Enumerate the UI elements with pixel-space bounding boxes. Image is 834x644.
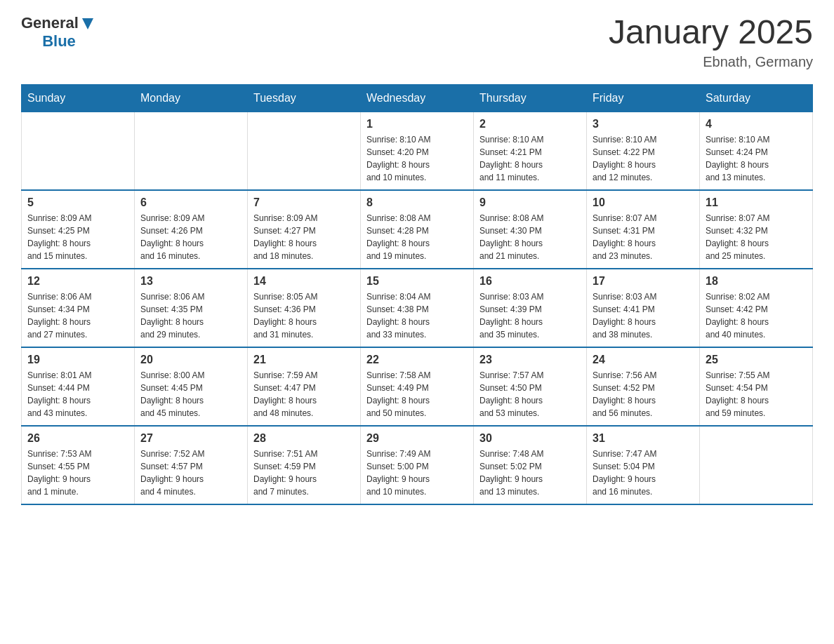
day-info: Sunrise: 7:47 AM Sunset: 5:04 PM Dayligh… [593, 448, 694, 498]
day-info: Sunrise: 8:09 AM Sunset: 4:27 PM Dayligh… [253, 212, 355, 262]
day-number: 15 [366, 275, 468, 288]
day-info: Sunrise: 7:59 AM Sunset: 4:47 PM Dayligh… [253, 369, 355, 420]
calendar-body: 1Sunrise: 8:10 AM Sunset: 4:20 PM Daylig… [22, 112, 813, 504]
calendar-cell: 9Sunrise: 8:08 AM Sunset: 4:30 PM Daylig… [474, 190, 587, 269]
day-info: Sunrise: 8:10 AM Sunset: 4:20 PM Dayligh… [366, 133, 468, 184]
day-number: 16 [479, 275, 581, 288]
day-number: 23 [479, 354, 581, 366]
calendar-cell: 14Sunrise: 8:05 AM Sunset: 4:36 PM Dayli… [248, 269, 361, 347]
calendar-cell: 1Sunrise: 8:10 AM Sunset: 4:20 PM Daylig… [361, 112, 474, 190]
day-number: 27 [140, 432, 241, 445]
day-info: Sunrise: 7:58 AM Sunset: 4:49 PM Dayligh… [366, 369, 468, 420]
calendar-cell: 4Sunrise: 8:10 AM Sunset: 4:24 PM Daylig… [700, 112, 813, 190]
day-info: Sunrise: 7:49 AM Sunset: 5:00 PM Dayligh… [366, 448, 468, 498]
day-of-week-thursday: Thursday [474, 84, 587, 112]
day-info: Sunrise: 8:08 AM Sunset: 4:28 PM Dayligh… [366, 212, 468, 262]
day-number: 2 [479, 118, 581, 130]
day-number: 30 [479, 432, 581, 445]
day-info: Sunrise: 8:07 AM Sunset: 4:31 PM Dayligh… [593, 212, 694, 262]
day-number: 14 [253, 275, 355, 288]
calendar-cell [22, 112, 135, 190]
logo: General Blue [21, 14, 95, 51]
day-number: 24 [593, 354, 694, 366]
day-of-week-sunday: Sunday [22, 84, 135, 112]
day-number: 21 [253, 354, 355, 366]
day-info: Sunrise: 8:02 AM Sunset: 4:42 PM Dayligh… [706, 290, 807, 341]
calendar-cell: 18Sunrise: 8:02 AM Sunset: 4:42 PM Dayli… [700, 269, 813, 347]
calendar-cell: 8Sunrise: 8:08 AM Sunset: 4:28 PM Daylig… [361, 190, 474, 269]
calendar-cell [248, 112, 361, 190]
day-info: Sunrise: 7:55 AM Sunset: 4:54 PM Dayligh… [706, 369, 807, 420]
calendar-cell: 25Sunrise: 7:55 AM Sunset: 4:54 PM Dayli… [700, 347, 813, 426]
calendar-cell: 31Sunrise: 7:47 AM Sunset: 5:04 PM Dayli… [587, 426, 700, 504]
logo-text-general: General [21, 14, 79, 32]
day-number: 25 [706, 354, 807, 366]
calendar-cell: 23Sunrise: 7:57 AM Sunset: 4:50 PM Dayli… [474, 347, 587, 426]
calendar-cell: 13Sunrise: 8:06 AM Sunset: 4:35 PM Dayli… [135, 269, 248, 347]
calendar-cell: 21Sunrise: 7:59 AM Sunset: 4:47 PM Dayli… [248, 347, 361, 426]
location-title: Ebnath, Germany [609, 54, 813, 70]
day-number: 18 [706, 275, 807, 288]
week-row-5: 26Sunrise: 7:53 AM Sunset: 4:55 PM Dayli… [22, 426, 813, 504]
calendar-cell: 20Sunrise: 8:00 AM Sunset: 4:45 PM Dayli… [135, 347, 248, 426]
logo-icon: General Blue [21, 14, 95, 51]
day-of-week-tuesday: Tuesday [248, 84, 361, 112]
calendar-header: SundayMondayTuesdayWednesdayThursdayFrid… [22, 84, 813, 112]
day-number: 12 [27, 275, 128, 288]
day-info: Sunrise: 8:06 AM Sunset: 4:34 PM Dayligh… [27, 290, 128, 341]
day-info: Sunrise: 8:04 AM Sunset: 4:38 PM Dayligh… [366, 290, 468, 341]
calendar-cell [700, 426, 813, 504]
day-number: 20 [140, 354, 241, 366]
day-info: Sunrise: 8:10 AM Sunset: 4:24 PM Dayligh… [706, 133, 807, 184]
calendar-cell: 11Sunrise: 8:07 AM Sunset: 4:32 PM Dayli… [700, 190, 813, 269]
day-of-week-friday: Friday [587, 84, 700, 112]
day-number: 6 [140, 196, 241, 209]
day-info: Sunrise: 8:09 AM Sunset: 4:25 PM Dayligh… [27, 212, 128, 262]
day-number: 26 [27, 432, 128, 445]
day-number: 4 [706, 118, 807, 130]
week-row-2: 5Sunrise: 8:09 AM Sunset: 4:25 PM Daylig… [22, 190, 813, 269]
days-of-week-row: SundayMondayTuesdayWednesdayThursdayFrid… [22, 84, 813, 112]
title-section: January 2025 Ebnath, Germany [609, 14, 813, 70]
day-number: 13 [140, 275, 241, 288]
calendar-cell: 5Sunrise: 8:09 AM Sunset: 4:25 PM Daylig… [22, 190, 135, 269]
calendar-cell: 17Sunrise: 8:03 AM Sunset: 4:41 PM Dayli… [587, 269, 700, 347]
day-number: 19 [27, 354, 128, 366]
day-of-week-wednesday: Wednesday [361, 84, 474, 112]
day-info: Sunrise: 7:57 AM Sunset: 4:50 PM Dayligh… [479, 369, 581, 420]
week-row-4: 19Sunrise: 8:01 AM Sunset: 4:44 PM Dayli… [22, 347, 813, 426]
svg-marker-0 [82, 18, 93, 29]
day-info: Sunrise: 8:06 AM Sunset: 4:35 PM Dayligh… [140, 290, 241, 341]
week-row-3: 12Sunrise: 8:06 AM Sunset: 4:34 PM Dayli… [22, 269, 813, 347]
day-number: 9 [479, 196, 581, 209]
calendar-cell: 15Sunrise: 8:04 AM Sunset: 4:38 PM Dayli… [361, 269, 474, 347]
calendar-cell: 30Sunrise: 7:48 AM Sunset: 5:02 PM Dayli… [474, 426, 587, 504]
day-info: Sunrise: 8:03 AM Sunset: 4:39 PM Dayligh… [479, 290, 581, 341]
month-title: January 2025 [609, 14, 813, 51]
day-number: 8 [366, 196, 468, 209]
calendar-cell: 19Sunrise: 8:01 AM Sunset: 4:44 PM Dayli… [22, 347, 135, 426]
calendar-cell: 28Sunrise: 7:51 AM Sunset: 4:59 PM Dayli… [248, 426, 361, 504]
page-header: General Blue January 2025 Ebnath, German… [21, 14, 813, 70]
day-number: 11 [706, 196, 807, 209]
calendar-cell: 12Sunrise: 8:06 AM Sunset: 4:34 PM Dayli… [22, 269, 135, 347]
day-number: 7 [253, 196, 355, 209]
week-row-1: 1Sunrise: 8:10 AM Sunset: 4:20 PM Daylig… [22, 112, 813, 190]
day-info: Sunrise: 8:00 AM Sunset: 4:45 PM Dayligh… [140, 369, 241, 420]
day-info: Sunrise: 8:05 AM Sunset: 4:36 PM Dayligh… [253, 290, 355, 341]
logo-triangle-icon [80, 15, 95, 31]
calendar-cell: 2Sunrise: 8:10 AM Sunset: 4:21 PM Daylig… [474, 112, 587, 190]
day-info: Sunrise: 8:01 AM Sunset: 4:44 PM Dayligh… [27, 369, 128, 420]
day-info: Sunrise: 8:10 AM Sunset: 4:21 PM Dayligh… [479, 133, 581, 184]
day-info: Sunrise: 8:09 AM Sunset: 4:26 PM Dayligh… [140, 212, 241, 262]
day-of-week-monday: Monday [135, 84, 248, 112]
day-info: Sunrise: 8:07 AM Sunset: 4:32 PM Dayligh… [706, 212, 807, 262]
calendar-cell: 24Sunrise: 7:56 AM Sunset: 4:52 PM Dayli… [587, 347, 700, 426]
day-of-week-saturday: Saturday [700, 84, 813, 112]
day-info: Sunrise: 7:48 AM Sunset: 5:02 PM Dayligh… [479, 448, 581, 498]
day-number: 22 [366, 354, 468, 366]
calendar-cell: 6Sunrise: 8:09 AM Sunset: 4:26 PM Daylig… [135, 190, 248, 269]
calendar-cell: 26Sunrise: 7:53 AM Sunset: 4:55 PM Dayli… [22, 426, 135, 504]
day-info: Sunrise: 7:51 AM Sunset: 4:59 PM Dayligh… [253, 448, 355, 498]
calendar-table: SundayMondayTuesdayWednesdayThursdayFrid… [21, 84, 813, 505]
